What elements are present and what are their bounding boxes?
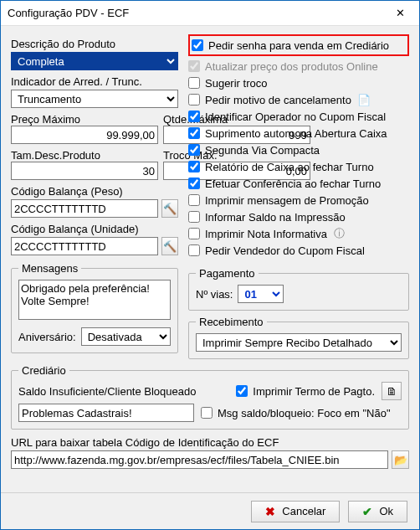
titlebar: Configuração PDV - ECF ✕ — [1, 1, 419, 26]
hammer-icon: 🔨 — [163, 203, 177, 215]
ok-button[interactable]: ✔Ok — [348, 501, 407, 522]
pedir-motivo-check[interactable]: Pedir motivo de cancelamento📄 — [188, 91, 409, 108]
crediario-group: Crediário Saldo Insuficiente/Cliente Blo… — [11, 364, 409, 430]
cod-bal-unid-input[interactable] — [11, 237, 158, 255]
hammer-icon: 🔨 — [163, 240, 177, 253]
conferencia-check[interactable]: Efetuar Conferência ao fechar Turno — [188, 175, 409, 192]
recebimento-group: Recebimento Imprimir Sempre Recibo Detal… — [188, 316, 409, 359]
saldo-label: Saldo Insuficiente/Cliente Bloqueado — [18, 385, 229, 398]
window-body: Descrição do Produto Completa Indicador … — [1, 26, 419, 492]
relatorio-check[interactable]: Relatório de Caixa ao fechar Turno — [188, 158, 409, 175]
tam-desc-input[interactable] — [11, 162, 158, 180]
preco-max-label: Preço Máximo — [11, 113, 158, 126]
imprimir-promo-check[interactable]: Imprimir mensagem de Promoção — [188, 192, 409, 208]
imprimir-termo-check[interactable]: Imprimir Termo de Pagto. — [236, 383, 375, 399]
close-button[interactable]: ✕ — [382, 1, 419, 26]
cod-bal-unid-button[interactable]: 🔨 — [161, 237, 178, 255]
pagamento-legend: Pagamento — [196, 267, 259, 280]
saldo-input[interactable] — [18, 404, 194, 422]
cod-bal-peso-button[interactable]: 🔨 — [161, 199, 178, 218]
descricao-label: Descrição do Produto — [11, 38, 178, 50]
vias-select[interactable]: 01 — [238, 285, 284, 303]
cancelar-button[interactable]: ✖Cancelar — [251, 501, 340, 522]
tam-desc-label: Tam.Desc.Produto — [11, 149, 158, 162]
cod-bal-unid-label: Código Balança (Unidade) — [11, 223, 178, 235]
url-browse-button[interactable]: 📂 — [392, 450, 409, 469]
mensagens-group: Mensagens Obrigado pela preferência! Vol… — [11, 262, 178, 353]
pagamento-group: Pagamento Nº vias: 01 — [188, 267, 409, 311]
atualizar-preco-check: Atualizar preço dos produtos Online — [188, 58, 409, 75]
pedir-senha-highlight: Pedir senha para venda em Crediário — [188, 34, 409, 56]
aniversario-select[interactable]: Desativada — [81, 327, 171, 346]
identificar-op-check[interactable]: Identificar Operador no Cupom Fiscal — [188, 108, 409, 125]
document-icon: 🗎 — [387, 385, 397, 398]
footer: ✖Cancelar ✔Ok — [1, 492, 419, 529]
indicador-label: Indicador de Arred. / Trunc. — [11, 75, 178, 88]
cod-bal-peso-label: Código Balança (Peso) — [11, 185, 178, 198]
msg-saldo-check[interactable]: Msg saldo/bloqueio: Foco em "Não" — [201, 404, 391, 421]
descricao-select[interactable]: Completa — [11, 52, 178, 70]
segunda-via-check[interactable]: Segunda Via Compacta — [188, 142, 409, 158]
mensagens-legend: Mensagens — [18, 262, 81, 275]
preco-max-input[interactable] — [11, 126, 158, 144]
suprimento-check[interactable]: Suprimento autom. na Abertura Caixa — [188, 125, 409, 142]
pedir-senha-check[interactable]: Pedir senha para venda em Crediário — [192, 37, 406, 54]
informar-saldo-check[interactable]: Informar Saldo na Impressão — [188, 208, 409, 225]
info-icon: ⓘ — [332, 226, 347, 241]
folder-icon: 📂 — [394, 454, 407, 466]
config-window: Configuração PDV - ECF ✕ Descrição do Pr… — [0, 0, 420, 530]
note-icon: 📄 — [356, 92, 371, 107]
sugerir-troco-check[interactable]: Sugerir troco — [188, 75, 409, 91]
x-icon: ✖ — [265, 505, 275, 518]
termo-button[interactable]: 🗎 — [382, 382, 402, 400]
crediario-legend: Crediário — [18, 364, 69, 377]
mensagens-text[interactable]: Obrigado pela preferência! Volte Sempre! — [18, 280, 171, 320]
indicador-select[interactable]: Truncamento — [11, 90, 178, 108]
url-label: URL para baixar tabela Código de Identif… — [11, 436, 279, 449]
window-title: Configuração PDV - ECF — [8, 7, 382, 19]
url-input[interactable] — [11, 450, 388, 469]
cod-bal-peso-input[interactable] — [11, 199, 158, 218]
check-icon: ✔ — [362, 505, 372, 518]
recebimento-select[interactable]: Imprimir Sempre Recibo Detalhado — [196, 333, 402, 352]
pedir-vendedor-check[interactable]: Pedir Vendedor do Cupom Fiscal — [188, 242, 409, 259]
close-icon: ✕ — [396, 7, 405, 19]
aniversario-label: Aniversário: — [18, 331, 76, 343]
imprimir-nota-check[interactable]: Imprimir Nota Informativaⓘ — [188, 225, 409, 242]
vias-label: Nº vias: — [196, 288, 233, 301]
recebimento-legend: Recebimento — [196, 316, 267, 328]
